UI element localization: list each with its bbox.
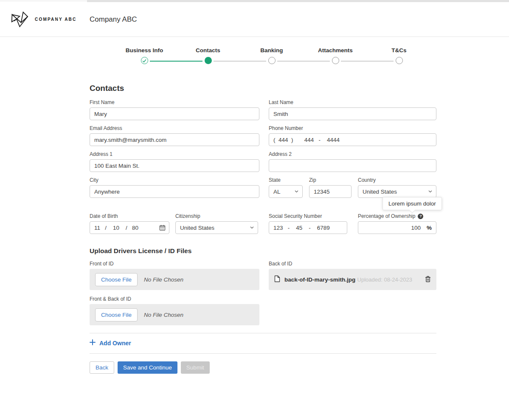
back-of-id-label: Back of ID [269, 261, 436, 267]
dob-input[interactable] [90, 221, 169, 234]
add-owner-button[interactable]: Add Owner [90, 339, 131, 347]
contacts-heading: Contacts [90, 84, 436, 93]
step-label: Banking [260, 47, 283, 54]
back-of-id-file-row: back-of-ID-mary-smith.jpg Uploaded: 08-2… [269, 269, 436, 290]
step-label: Business Info [126, 47, 163, 54]
ownership-label: Percentage of Ownership [358, 213, 415, 219]
step-banking[interactable]: Banking [240, 47, 304, 64]
step-circle-complete[interactable] [141, 57, 148, 64]
ownership-help-tooltip: Lorem ipsum dolor [382, 197, 442, 210]
step-contacts[interactable]: Contacts [176, 47, 240, 64]
upload-heading: Upload Drivers License / ID Files [90, 247, 436, 255]
back-button[interactable]: Back [90, 361, 114, 374]
citizenship-select[interactable]: United States [175, 221, 258, 234]
app-header: COMPANY ABC Company ABC [0, 2, 509, 37]
question-mark-icon[interactable]: ? [418, 214, 423, 219]
city-input[interactable] [90, 185, 259, 198]
first-name-input[interactable] [90, 107, 259, 120]
address2-label: Address 2 [269, 151, 436, 157]
section-divider [90, 353, 436, 354]
dob-label: Date of Birth [90, 213, 169, 219]
last-name-label: Last Name [269, 99, 436, 105]
choose-file-button[interactable]: Choose File [95, 308, 138, 321]
chevron-down-icon [250, 226, 254, 229]
uploaded-date: Uploaded: 08-24-2023 [357, 276, 412, 283]
calendar-icon[interactable] [159, 225, 166, 231]
save-and-continue-button[interactable]: Save and Continue [118, 361, 177, 374]
front-of-id-dropzone[interactable]: Choose File No File Chosen [90, 269, 259, 290]
step-attachments[interactable]: Attachments [304, 47, 367, 64]
step-label: Attachments [318, 47, 353, 54]
country-label: Country [358, 177, 436, 183]
submit-button[interactable]: Submit [181, 361, 210, 374]
front-back-of-id-label: Front & Back of ID [90, 296, 259, 302]
address1-label: Address 1 [90, 151, 259, 157]
stepper-connector [214, 61, 266, 62]
no-file-chosen-text: No File Chosen [144, 312, 183, 318]
plus-icon [90, 339, 96, 347]
no-file-chosen-text: No File Chosen [144, 276, 183, 283]
brand-text: COMPANY ABC [35, 17, 76, 22]
progress-stepper: Business Info Contacts Banking Attachmen… [112, 47, 431, 64]
check-icon [142, 57, 146, 65]
top-strip-left [0, 0, 87, 2]
file-icon [274, 275, 280, 284]
step-label: Contacts [196, 47, 220, 54]
first-name-label: First Name [90, 99, 259, 105]
email-input[interactable] [90, 133, 259, 146]
step-circle-pending[interactable] [332, 57, 339, 64]
percent-suffix: % [427, 225, 432, 231]
zip-input[interactable] [309, 185, 352, 198]
main-content: Business Info Contacts Banking Attachmen… [90, 47, 436, 374]
add-owner-label: Add Owner [99, 340, 131, 347]
phone-label: Phone Number [269, 125, 436, 131]
tooltip-arrow [409, 207, 415, 213]
stepper-connector [277, 61, 330, 62]
chevron-down-icon [428, 190, 432, 193]
brand-logo: COMPANY ABC [9, 8, 76, 31]
citizenship-label: Citizenship [175, 213, 258, 219]
step-circle-active[interactable] [205, 57, 212, 64]
step-label: T&Cs [391, 47, 406, 54]
ssn-label: Social Security Number [269, 213, 347, 219]
step-circle-pending[interactable] [396, 57, 403, 64]
country-select-value: United States [363, 189, 397, 195]
email-label: Email Address [90, 125, 259, 131]
phone-input[interactable] [269, 133, 436, 146]
chevron-down-icon [295, 190, 298, 193]
step-tcs[interactable]: T&Cs [367, 47, 431, 64]
city-label: City [90, 177, 259, 183]
stepper-connector-complete [150, 61, 202, 62]
ownership-input[interactable] [358, 221, 436, 234]
country-select[interactable]: United States [358, 185, 436, 198]
section-divider [90, 333, 436, 333]
state-label: State [269, 177, 303, 183]
step-business-info[interactable]: Business Info [112, 47, 176, 64]
ssn-input[interactable] [269, 221, 347, 234]
front-back-of-id-dropzone[interactable]: Choose File No File Chosen [90, 304, 259, 325]
trash-icon [425, 276, 431, 284]
step-circle-pending[interactable] [268, 57, 276, 64]
front-of-id-label: Front of ID [90, 261, 259, 267]
zip-label: Zip [309, 177, 352, 183]
page-title: Company ABC [90, 15, 137, 24]
uploaded-file-name: back-of-ID-mary-smith.jpg [284, 276, 355, 283]
delete-file-button[interactable] [425, 276, 431, 284]
last-name-input[interactable] [269, 107, 436, 120]
tooltip-text: Lorem ipsum dolor [388, 200, 436, 207]
address2-input[interactable] [269, 159, 436, 172]
address1-input[interactable] [90, 159, 259, 172]
stepper-connector [341, 61, 394, 62]
fox-logo-icon [9, 8, 31, 31]
choose-file-button[interactable]: Choose File [95, 273, 138, 286]
form-actions: Back Save and Continue Submit [90, 361, 436, 374]
state-select-value: AL [273, 189, 281, 195]
state-select[interactable]: AL [269, 185, 303, 198]
citizenship-select-value: United States [180, 225, 214, 231]
